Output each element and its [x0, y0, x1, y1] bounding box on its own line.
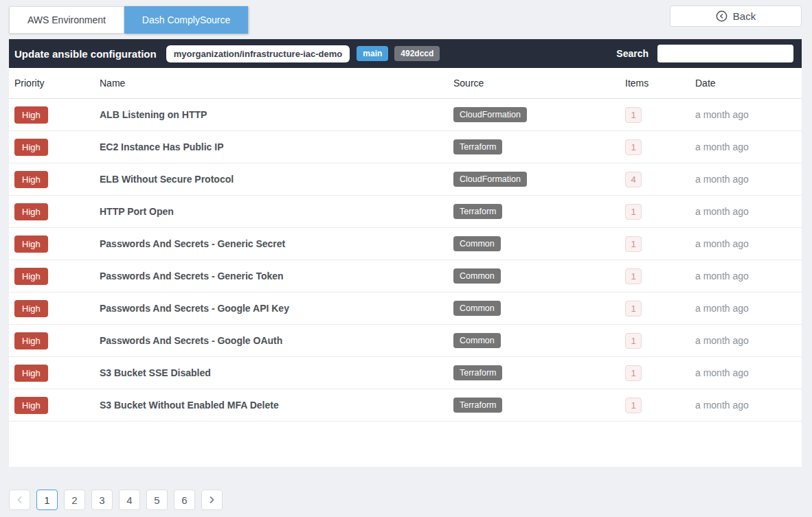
- table-row[interactable]: High Passwords And Secrets - Google OAut…: [9, 325, 802, 357]
- source-badge: Terraform: [453, 398, 502, 413]
- items-count: 1: [625, 301, 642, 317]
- pagination-prev-button[interactable]: [9, 490, 30, 510]
- pagination-page-4[interactable]: 4: [119, 490, 140, 510]
- top-bar: AWS Environment Dash ComplySource Back: [0, 0, 812, 34]
- source-badge: Terraform: [453, 204, 502, 219]
- finding-date: a month ago: [695, 109, 796, 120]
- pagination-page-5[interactable]: 5: [146, 490, 168, 510]
- page-title: Update ansible configuration: [14, 48, 157, 60]
- source-badge: Common: [453, 236, 501, 251]
- items-count: 1: [625, 398, 642, 413]
- tab-dash-complysource[interactable]: Dash ComplySource: [124, 6, 248, 34]
- table-row[interactable]: High ELB Without Secure Protocol CloudFo…: [9, 163, 802, 196]
- finding-toolbar: Update ansible configuration myorganizat…: [9, 39, 802, 68]
- tab-aws-environment[interactable]: AWS Environment: [9, 6, 124, 34]
- items-count: 1: [625, 236, 642, 252]
- table-row[interactable]: High ALB Listening on HTTP CloudFormatio…: [9, 99, 802, 131]
- findings-table: Priority Name Source Items Date High ALB…: [9, 68, 802, 467]
- source-badge: Common: [453, 301, 501, 316]
- finding-name: S3 Bucket Without Enabled MFA Delete: [100, 400, 453, 411]
- pagination-page-3[interactable]: 3: [91, 490, 113, 510]
- finding-name: ALB Listening on HTTP: [100, 109, 453, 120]
- pagination-next-button[interactable]: 6: [174, 490, 195, 510]
- branch-badge: main: [357, 46, 388, 61]
- table-row[interactable]: High Passwords And Secrets - Google API …: [9, 292, 802, 325]
- priority-badge: High: [14, 397, 48, 414]
- source-badge: CloudFormation: [453, 172, 527, 187]
- source-badge: Terraform: [453, 139, 502, 154]
- finding-name: Passwords And Secrets - Google OAuth: [100, 335, 453, 346]
- items-count: 1: [625, 139, 642, 155]
- chevron-left-circle-icon: [716, 10, 728, 22]
- source-badge: CloudFormation: [453, 107, 527, 122]
- column-header-source: Source: [453, 78, 625, 89]
- pagination-next-button[interactable]: [201, 490, 223, 510]
- finding-date: a month ago: [695, 303, 796, 314]
- table-row[interactable]: High EC2 Instance Has Public IP Terrafor…: [9, 131, 802, 163]
- finding-name: Passwords And Secrets - Generic Secret: [100, 238, 453, 249]
- priority-badge: High: [14, 235, 48, 253]
- column-header-priority: Priority: [14, 78, 100, 89]
- table-row[interactable]: High Passwords And Secrets - Generic Sec…: [9, 228, 802, 260]
- chevron-left-icon: [16, 496, 23, 504]
- finding-name: Passwords And Secrets - Google API Key: [100, 303, 453, 314]
- chevron-right-icon: [209, 496, 215, 504]
- priority-badge: High: [14, 300, 48, 317]
- table-row[interactable]: High S3 Bucket SSE Disabled Terraform 1 …: [9, 357, 802, 389]
- priority-badge: High: [14, 332, 48, 349]
- finding-date: a month ago: [695, 271, 796, 282]
- finding-name: Passwords And Secrets - Generic Token: [100, 271, 453, 282]
- items-count: 4: [625, 172, 642, 187]
- finding-date: a month ago: [695, 335, 796, 346]
- priority-badge: High: [14, 268, 48, 285]
- source-badge: Common: [453, 268, 501, 284]
- items-count: 1: [625, 268, 642, 284]
- priority-badge: High: [14, 203, 48, 220]
- priority-badge: High: [14, 365, 48, 382]
- column-header-name: Name: [100, 78, 453, 89]
- back-button-label: Back: [733, 10, 756, 22]
- table-header: Priority Name Source Items Date: [9, 68, 802, 99]
- finding-name: HTTP Port Open: [100, 206, 453, 217]
- commit-badge: 492dccd: [394, 46, 440, 61]
- column-header-date: Date: [695, 78, 796, 89]
- pagination-page-2[interactable]: 2: [64, 490, 85, 510]
- repository-badge: myorganization/infrastructure-iac-demo: [166, 45, 350, 62]
- items-count: 1: [625, 107, 642, 123]
- column-header-items: Items: [625, 78, 695, 89]
- finding-date: a month ago: [695, 141, 796, 152]
- finding-name: ELB Without Secure Protocol: [100, 174, 453, 185]
- finding-date: a month ago: [695, 400, 796, 411]
- items-count: 1: [625, 204, 642, 220]
- finding-date: a month ago: [695, 238, 796, 249]
- finding-date: a month ago: [695, 367, 796, 378]
- source-badge: Common: [453, 333, 501, 348]
- priority-badge: High: [14, 106, 48, 124]
- finding-date: a month ago: [695, 174, 796, 185]
- finding-name: S3 Bucket SSE Disabled: [100, 367, 453, 378]
- pagination-page-1[interactable]: 1: [36, 490, 58, 510]
- source-badge: Terraform: [453, 365, 502, 380]
- items-count: 1: [625, 333, 642, 349]
- table-row[interactable]: High Passwords And Secrets - Generic Tok…: [9, 260, 802, 292]
- pagination: 1 2 3 4 5 6: [9, 490, 802, 510]
- search-input[interactable]: [657, 45, 793, 62]
- priority-badge: High: [14, 139, 48, 156]
- table-row[interactable]: High HTTP Port Open Terraform 1 a month …: [9, 196, 802, 228]
- priority-badge: High: [14, 171, 48, 188]
- items-count: 1: [625, 365, 642, 381]
- back-button[interactable]: Back: [670, 5, 802, 27]
- finding-date: a month ago: [695, 206, 796, 217]
- finding-name: EC2 Instance Has Public IP: [100, 141, 453, 152]
- table-row[interactable]: High S3 Bucket Without Enabled MFA Delet…: [9, 389, 802, 422]
- search-label: Search: [616, 48, 649, 59]
